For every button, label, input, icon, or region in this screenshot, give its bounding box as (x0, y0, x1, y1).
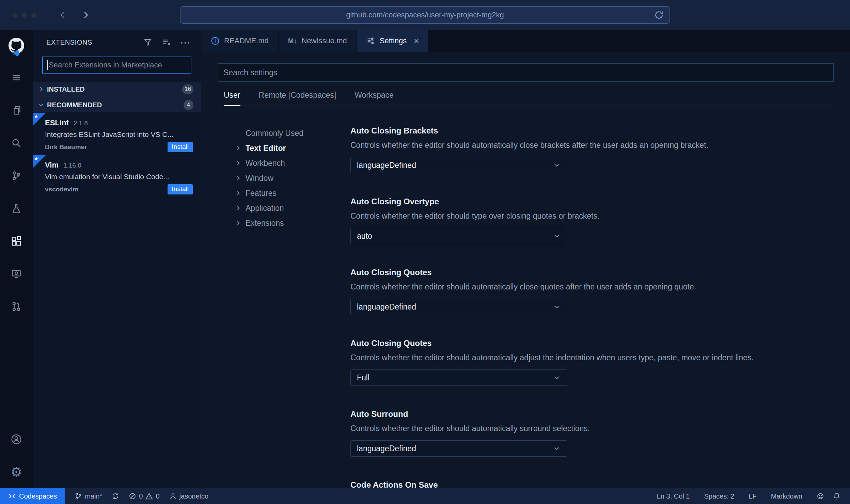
feedback-icon[interactable] (817, 492, 824, 500)
section-label: RECOMMENDED (47, 101, 182, 109)
language-mode[interactable]: Markdown (771, 492, 802, 500)
scope-tab-workspace[interactable]: Workspace (355, 91, 394, 106)
setting-value: languageDefined (357, 302, 416, 312)
chevron-right-icon (235, 175, 242, 182)
toc-label: Text Editor (246, 144, 286, 153)
settings-list: Auto Closing Brackets Controls whether t… (350, 126, 834, 488)
pull-request-icon[interactable] (0, 290, 33, 323)
star-icon: ★ (34, 155, 38, 162)
toc-label: Features (246, 189, 277, 198)
setting-title: Auto Closing Brackets (350, 126, 834, 136)
problems-status[interactable]: 0 0 (129, 492, 159, 500)
extension-description: Integrates ESLint JavaScript into VS C..… (45, 130, 193, 139)
chevron-right-icon (235, 220, 242, 226)
setting-value: languageDefined (357, 444, 416, 453)
window-close-dot[interactable] (12, 13, 17, 18)
settings-search-input[interactable] (223, 68, 828, 77)
remote-indicator[interactable]: Codespaces (0, 488, 65, 504)
toc-window[interactable]: Window (218, 171, 350, 186)
extensions-search-input[interactable] (49, 61, 187, 69)
chevron-down-icon (553, 232, 561, 240)
user-status[interactable]: jasonetco (169, 492, 209, 500)
setting-dropdown[interactable]: languageDefined (350, 299, 567, 315)
explorer-icon[interactable] (0, 94, 33, 127)
setting-value: Full (357, 373, 369, 382)
setting-dropdown[interactable]: languageDefined (350, 157, 567, 173)
sync-status[interactable] (112, 492, 119, 500)
search-icon[interactable] (0, 127, 33, 159)
refresh-icon[interactable] (654, 10, 664, 20)
setting-dropdown[interactable]: languageDefined (350, 440, 567, 457)
chevron-right-icon (235, 145, 242, 152)
settings-editor: User Remote [Codespaces] Workspace Commo… (201, 52, 850, 488)
setting-entry: Auto Closing Quotes Controls whether the… (350, 267, 834, 315)
cursor-position[interactable]: Ln 3, Col 1 (657, 492, 690, 500)
branch-icon (75, 492, 82, 500)
setting-entry: Auto Closing Overtype Controls whether t… (350, 196, 834, 244)
remote-explorer-icon[interactable] (0, 257, 33, 290)
notifications-bell-icon[interactable] (833, 492, 840, 500)
toc-extensions[interactable]: Extensions (218, 216, 350, 231)
extension-item-eslint[interactable]: ★ ESLint 2.1.8 Integrates ESLint JavaScr… (33, 113, 201, 155)
text-caret (47, 60, 48, 70)
setting-title: Auto Closing Overtype (350, 196, 834, 207)
section-recommended[interactable]: RECOMMENDED 4 (33, 97, 201, 112)
recommended-count-badge: 4 (184, 100, 193, 110)
remote-label: Codespaces (19, 492, 57, 500)
tab-newissue[interactable]: M↓ NewIssue.md (279, 30, 357, 52)
extension-publisher: Dirk Baeumer (45, 143, 168, 151)
install-button[interactable]: Install (168, 184, 193, 194)
toc-commonly-used[interactable]: Commonly Used (218, 126, 350, 141)
extensions-search-box[interactable] (42, 57, 191, 74)
extension-item-vim[interactable]: ★ Vim 1.16.0 Vim emulation for Visual St… (33, 155, 201, 198)
extensions-icon[interactable] (0, 225, 33, 257)
scope-tab-user[interactable]: User (224, 91, 240, 106)
tab-settings[interactable]: Settings × (357, 30, 429, 52)
setting-dropdown[interactable]: Full (350, 369, 567, 386)
tab-readme[interactable]: README.md (201, 30, 279, 52)
filter-icon[interactable] (143, 38, 152, 47)
toc-label: Workbench (246, 159, 285, 168)
address-bar[interactable]: github.com/codespaces/user-my-project-mg… (180, 6, 670, 24)
setting-entry: Auto Surround Controls whether the edito… (350, 409, 834, 457)
codespaces-remote-icon (8, 492, 16, 500)
window-maximize-dot[interactable] (31, 13, 36, 18)
eol-sequence[interactable]: LF (749, 492, 756, 500)
star-icon: ★ (34, 113, 38, 120)
status-bar: Codespaces main* 0 0 (0, 488, 850, 504)
vscode-badge-icon (13, 50, 19, 57)
tune-sliders-icon (366, 36, 375, 45)
browser-forward-icon[interactable] (81, 10, 91, 20)
toc-label: Extensions (246, 219, 284, 228)
close-icon[interactable]: × (414, 36, 419, 45)
window-controls[interactable] (12, 13, 36, 18)
toc-text-editor[interactable]: Text Editor (218, 141, 350, 156)
toc-workbench[interactable]: Workbench (218, 156, 350, 171)
more-actions-icon[interactable]: ⋯ (180, 40, 191, 45)
tab-label: Settings (380, 36, 407, 45)
settings-search-box[interactable] (218, 63, 834, 82)
indentation[interactable]: Spaces: 2 (704, 492, 734, 500)
clear-extensions-icon[interactable] (162, 38, 171, 47)
username: jasonetco (179, 492, 209, 500)
settings-gear-icon[interactable]: ⚙ (0, 456, 33, 488)
chevron-down-icon (37, 101, 45, 109)
chevron-down-icon (553, 444, 561, 453)
extension-description: Vim emulation for Visual Studio Code... (45, 173, 193, 181)
toc-features[interactable]: Features (218, 186, 350, 201)
branch-status[interactable]: main* (75, 492, 102, 500)
account-icon[interactable] (0, 423, 33, 456)
source-control-icon[interactable] (0, 159, 33, 192)
browser-back-icon[interactable] (58, 10, 68, 20)
activity-bar: ⚙ (0, 30, 33, 488)
section-installed[interactable]: INSTALLED 16 (33, 82, 201, 97)
scope-tab-remote[interactable]: Remote [Codespaces] (259, 91, 336, 106)
install-button[interactable]: Install (168, 142, 193, 152)
setting-description: Controls whether the editor should autom… (350, 282, 834, 292)
setting-dropdown[interactable]: auto (350, 228, 567, 244)
toc-application[interactable]: Application (218, 201, 350, 216)
branch-name: main* (85, 492, 102, 500)
menu-icon[interactable] (0, 61, 33, 94)
test-flask-icon[interactable] (0, 192, 33, 225)
window-minimize-dot[interactable] (22, 13, 27, 18)
